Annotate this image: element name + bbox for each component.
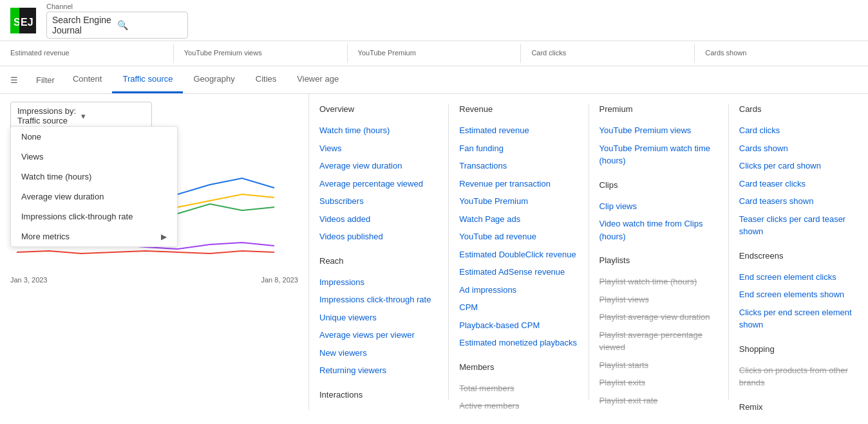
chevron-right-icon: ▶ <box>161 232 167 241</box>
logo: S EJ <box>10 8 36 33</box>
hamburger-button[interactable]: ☰ <box>5 70 23 90</box>
col-header-interactions: Interactions <box>319 390 438 400</box>
menu-item-label: Average view duration <box>21 192 104 201</box>
metric-card-teasers-shown[interactable]: Card teasers shown <box>739 192 858 210</box>
metric-avg-time-in-playlist[interactable]: Average time in playlist <box>599 409 718 410</box>
metric-clip-views[interactable]: Clip views <box>599 198 718 216</box>
stat-label: YouTube Premium <box>358 49 511 57</box>
metric-active-members[interactable]: Active members <box>459 397 578 410</box>
metric-ad-impressions[interactable]: Ad impressions <box>459 281 578 299</box>
metric-impressions-ctr[interactable]: Impressions click-through rate <box>319 291 438 309</box>
metric-fan-funding[interactable]: Fan funding <box>459 140 578 158</box>
stat-cards-shown: Cards shown <box>695 44 868 63</box>
channel-label: Channel <box>46 3 188 10</box>
metric-estimated-revenue[interactable]: Estimated revenue <box>459 122 578 140</box>
stat-card-clicks: Card clicks <box>521 44 695 63</box>
metric-playlist-avg-view-duration[interactable]: Playlist average view duration <box>599 308 718 326</box>
tab-content[interactable]: Content <box>62 66 113 93</box>
menu-item-none[interactable]: None <box>11 127 177 147</box>
metric-playlist-exit-rate[interactable]: Playlist exit rate <box>599 392 718 410</box>
col-header-revenue: Revenue <box>459 104 578 114</box>
chevron-down-icon: ▾ <box>81 111 145 121</box>
stat-label: Cards shown <box>705 49 858 57</box>
metric-subscribers-gained[interactable]: Subscribers gained <box>319 407 438 410</box>
metric-avg-view-duration[interactable]: Average view duration <box>319 157 438 175</box>
metric-watch-page-ads[interactable]: Watch Page ads <box>459 210 578 228</box>
metric-impressions[interactable]: Impressions <box>319 273 438 291</box>
metric-avg-pct-viewed[interactable]: Average percentage viewed <box>319 175 438 193</box>
channel-name: Search Engine Journal <box>52 15 117 35</box>
stat-label: Card clicks <box>531 49 684 57</box>
metric-videos-added[interactable]: Videos added <box>319 210 438 228</box>
menu-item-label: More metrics <box>21 232 70 241</box>
metrics-col-1: Overview Watch time (hours) Views Averag… <box>309 104 449 400</box>
metrics-col-2: Revenue Estimated revenue Fan funding Tr… <box>449 104 589 400</box>
menu-item-more-metrics[interactable]: More metrics ▶ <box>11 226 177 246</box>
stat-yt-premium-views: YouTube Premium views <box>174 44 348 63</box>
filter-button[interactable]: Filter <box>28 70 62 90</box>
metric-video-watch-time-clips[interactable]: Video watch time from Clips (hours) <box>599 215 718 245</box>
metric-transactions[interactable]: Transactions <box>459 157 578 175</box>
menu-item-views[interactable]: Views <box>11 147 177 167</box>
menu-item-label: Views <box>21 152 43 161</box>
metric-total-members[interactable]: Total members <box>459 380 578 398</box>
menu-item-avg-view-duration[interactable]: Average view duration <box>11 187 177 207</box>
metric-returning-viewers[interactable]: Returning viewers <box>319 362 438 380</box>
metric-playlist-watch-time[interactable]: Playlist watch time (hours) <box>599 273 718 291</box>
metric-playlist-views[interactable]: Playlist views <box>599 291 718 309</box>
metric-subscribers[interactable]: Subscribers <box>319 192 438 210</box>
col-header-overview: Overview <box>319 104 438 114</box>
channel-info: Channel Search Engine Journal 🔍 <box>46 3 188 39</box>
menu-item-label: None <box>21 132 41 142</box>
metric-revenue-per-transaction[interactable]: Revenue per transaction <box>459 175 578 193</box>
metric-end-screen-elements-shown[interactable]: End screen elements shown <box>739 286 858 304</box>
tab-traffic-source[interactable]: Traffic source <box>112 66 183 93</box>
metric-yt-premium-views[interactable]: YouTube Premium views <box>599 122 718 140</box>
col-header-playlists: Playlists <box>599 255 718 265</box>
metric-playlist-exits[interactable]: Playlist exits <box>599 374 718 392</box>
tab-cities[interactable]: Cities <box>245 66 287 93</box>
metric-youtube-premium[interactable]: YouTube Premium <box>459 192 578 210</box>
metric-videos-published[interactable]: Videos published <box>319 228 438 246</box>
metric-clicks-on-products[interactable]: Clicks on products from other brands <box>739 362 858 392</box>
channel-search-box[interactable]: Search Engine Journal 🔍 <box>46 12 188 39</box>
col-header-cards: Cards <box>739 104 858 114</box>
metric-playlist-avg-pct-viewed[interactable]: Playlist average percentage viewed <box>599 326 718 356</box>
metric-estimated-doubleclick[interactable]: Estimated DoubleClick revenue <box>459 246 578 264</box>
metric-yt-premium-watch-time[interactable]: YouTube Premium watch time (hours) <box>599 140 718 170</box>
metric-clicks-per-card-shown[interactable]: Clicks per card shown <box>739 157 858 175</box>
dropdown-label: Impressions by: Traffic source <box>17 106 81 125</box>
metric-avg-views-per-viewer[interactable]: Average views per viewer <box>319 326 438 344</box>
metric-watch-time[interactable]: Watch time (hours) <box>319 122 438 140</box>
col-header-shopping: Shopping <box>739 344 858 354</box>
metric-end-screen-element-clicks[interactable]: End screen element clicks <box>739 268 858 286</box>
menu-item-watch-time[interactable]: Watch time (hours) <box>11 167 177 187</box>
tab-geography[interactable]: Geography <box>183 66 245 93</box>
metric-views[interactable]: Views <box>319 140 438 158</box>
metric-cpm[interactable]: CPM <box>459 299 578 317</box>
menu-item-label: Watch time (hours) <box>21 172 91 181</box>
col-header-remix: Remix <box>739 402 858 410</box>
col-header-endscreens: Endscreens <box>739 251 858 261</box>
menu-item-impressions-ctr[interactable]: Impressions click-through rate <box>11 207 177 226</box>
metric-playlist-starts[interactable]: Playlist starts <box>599 356 718 374</box>
metric-card-clicks[interactable]: Card clicks <box>739 122 858 140</box>
metric-yt-ad-revenue[interactable]: YouTube ad revenue <box>459 228 578 246</box>
metric-clicks-per-end-screen-element[interactable]: Clicks per end screen element shown <box>739 304 858 334</box>
metric-estimated-adsense[interactable]: Estimated AdSense revenue <box>459 263 578 281</box>
metric-cards-shown[interactable]: Cards shown <box>739 140 858 158</box>
metric-new-viewers[interactable]: New viewers <box>319 344 438 362</box>
chart-date-end: Jan 8, 2023 <box>261 276 299 284</box>
metric-teaser-clicks-per-card-teaser[interactable]: Teaser clicks per card teaser shown <box>739 210 858 241</box>
metric-unique-viewers[interactable]: Unique viewers <box>319 309 438 327</box>
metric-playback-cpm[interactable]: Playback-based CPM <box>459 317 578 335</box>
col-header-premium: Premium <box>599 104 718 114</box>
col-header-members: Members <box>459 362 578 372</box>
col-header-clips: Clips <box>599 180 718 190</box>
stat-label: Estimated revenue <box>10 49 163 57</box>
metric-card-teaser-clicks[interactable]: Card teaser clicks <box>739 175 858 193</box>
tab-viewer-age[interactable]: Viewer age <box>287 66 349 93</box>
chart-date-start: Jan 3, 2023 <box>10 276 48 284</box>
metric-estimated-monetized[interactable]: Estimated monetized playbacks <box>459 334 578 352</box>
app-header: S EJ Channel Search Engine Journal 🔍 <box>0 0 868 41</box>
